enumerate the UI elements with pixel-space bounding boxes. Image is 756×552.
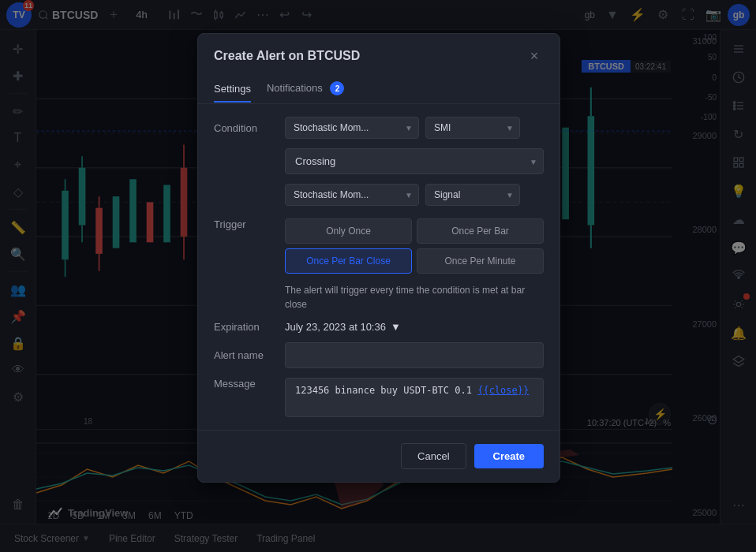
modal-body: Condition Stochastic Mom... ▼ SMI ▼ xyxy=(198,104,560,417)
create-button[interactable]: Create xyxy=(474,444,544,468)
condition-select2-wrapper: SMI ▼ xyxy=(425,117,520,139)
expiration-chevron: ▼ xyxy=(391,321,401,333)
condition-select4-wrapper: Signal ▼ xyxy=(425,184,520,206)
message-text: 123456 binance buy USDT-BTC 0.1 xyxy=(295,385,477,396)
alert-name-controls xyxy=(285,342,544,368)
message-highlight: {{close}} xyxy=(477,385,529,396)
message-label: Message xyxy=(214,378,285,390)
condition-select1[interactable]: Stochastic Mom... xyxy=(285,117,419,139)
trigger-once-per-bar-close[interactable]: Once Per Bar Close xyxy=(285,248,412,274)
message-row: Message 123456 binance buy USDT-BTC 0.1 … xyxy=(214,378,544,417)
condition-select3-wrapper: Stochastic Mom... ▼ xyxy=(285,184,419,206)
expiration-button[interactable]: July 23, 2023 at 10:36 ▼ xyxy=(285,321,401,333)
crossing-row: Crossing ▼ xyxy=(214,148,544,174)
notifications-tab[interactable]: Notifications 2 xyxy=(267,75,344,103)
condition-select1-wrapper: Stochastic Mom... ▼ xyxy=(285,117,419,139)
condition-row-2: Stochastic Mom... ▼ Signal ▼ xyxy=(214,184,544,206)
crossing-select[interactable]: Crossing xyxy=(285,148,544,174)
notifications-tab-label: Notifications xyxy=(267,82,323,94)
trigger-grid: Only Once Once Per Bar Once Per Bar Clos… xyxy=(285,218,544,274)
modal-close-button[interactable]: × xyxy=(525,47,544,65)
crossing-select-wrapper: Crossing ▼ xyxy=(285,148,544,174)
modal-tabs: Settings Notifications 2 xyxy=(198,75,560,104)
trigger-once-per-bar[interactable]: Once Per Bar xyxy=(417,218,544,244)
modal-title: Create Alert on BTCUSD xyxy=(214,49,360,63)
condition-row: Condition Stochastic Mom... ▼ SMI ▼ xyxy=(214,117,544,139)
modal-footer: Cancel Create xyxy=(198,430,560,482)
condition-select4[interactable]: Signal xyxy=(425,184,520,206)
condition-label: Condition xyxy=(214,122,285,134)
expiration-value: July 23, 2023 at 10:36 xyxy=(285,321,386,333)
condition-controls: Stochastic Mom... ▼ SMI ▼ xyxy=(285,117,544,139)
create-alert-modal: Create Alert on BTCUSD × Settings Notifi… xyxy=(197,33,560,483)
trigger-only-once[interactable]: Only Once xyxy=(285,218,412,244)
notifications-badge: 2 xyxy=(330,81,344,95)
condition-select2[interactable]: SMI xyxy=(425,117,520,139)
trigger-description: The alert will trigger every time the co… xyxy=(214,283,544,311)
modal-header: Create Alert on BTCUSD × xyxy=(198,34,560,65)
alert-name-row: Alert name xyxy=(214,342,544,368)
trigger-label: Trigger xyxy=(214,218,285,230)
condition-select3[interactable]: Stochastic Mom... xyxy=(285,184,419,206)
expiration-row: Expiration July 23, 2023 at 10:36 ▼ xyxy=(214,321,544,333)
message-display: 123456 binance buy USDT-BTC 0.1 {{close}… xyxy=(285,378,544,417)
alert-name-input[interactable] xyxy=(285,342,544,368)
trigger-once-per-minute[interactable]: Once Per Minute xyxy=(417,248,544,274)
alert-name-label: Alert name xyxy=(214,349,285,361)
settings-tab[interactable]: Settings xyxy=(214,76,251,103)
expiration-controls: July 23, 2023 at 10:36 ▼ xyxy=(285,321,544,333)
expiration-label: Expiration xyxy=(214,321,285,333)
message-controls: 123456 binance buy USDT-BTC 0.1 {{close}… xyxy=(285,378,544,417)
cancel-button[interactable]: Cancel xyxy=(401,443,466,469)
condition-controls-2: Stochastic Mom... ▼ Signal ▼ xyxy=(285,184,544,206)
settings-tab-label: Settings xyxy=(214,83,251,95)
trigger-row: Trigger Only Once Once Per Bar Once Per … xyxy=(214,218,544,274)
